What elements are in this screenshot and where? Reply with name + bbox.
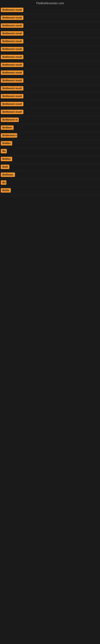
list-item: Bo xyxy=(0,179,100,187)
bottleneck-result-badge[interactable]: Bottleneck result xyxy=(1,102,23,106)
list-item: Bottleneck re xyxy=(0,116,100,124)
list-item: Bottlen xyxy=(0,156,100,164)
list-item: Bottleneck result xyxy=(0,85,100,93)
list-item: Bottlenec xyxy=(0,171,100,179)
list-item: Bottleneck e xyxy=(0,132,100,140)
rows-container: Bottleneck resultBottleneck resultBottle… xyxy=(0,6,100,195)
bottleneck-result-badge[interactable]: Bottleneck result xyxy=(1,70,23,75)
bottleneck-result-badge[interactable]: Bottleneck result xyxy=(1,62,23,67)
site-title: TheBottlenecker.com xyxy=(0,0,100,6)
list-item: Bottleneck result xyxy=(0,14,100,22)
bottleneck-result-badge[interactable]: Bottlenec xyxy=(1,172,15,177)
list-item: Bottleneck result xyxy=(0,22,100,30)
list-item: Bottlen xyxy=(0,140,100,148)
bottleneck-result-badge[interactable]: Bottleneck result xyxy=(1,94,23,98)
bottleneck-result-badge[interactable]: Bo xyxy=(1,149,7,153)
bottleneck-result-badge[interactable]: Bottleneck result xyxy=(1,31,23,36)
bottleneck-result-badge[interactable]: Bo xyxy=(1,180,6,185)
bottleneck-result-badge[interactable]: Bottleneck result xyxy=(1,86,23,90)
bottleneck-result-badge[interactable]: Bottleneck result xyxy=(1,8,23,12)
list-item: Bottleneck result xyxy=(0,62,100,69)
bottleneck-result-badge[interactable]: Bottl xyxy=(1,164,9,169)
list-item: Bottleneck result xyxy=(0,46,100,54)
bottleneck-result-badge[interactable]: Bottleneck result xyxy=(1,47,23,51)
list-item: Bottleneck result xyxy=(0,69,100,77)
bottleneck-result-badge[interactable]: Bottleneck result xyxy=(1,55,23,59)
list-item: Bottleneck result xyxy=(0,6,100,14)
list-item: Bottl xyxy=(0,164,100,171)
list-item: Bottle xyxy=(0,187,100,195)
bottleneck-result-badge[interactable]: Bottleneck result xyxy=(1,23,23,28)
list-item: Bottleneck result xyxy=(0,30,100,38)
list-item: Bottleneck result xyxy=(0,54,100,62)
list-item: Bottleneck result xyxy=(0,108,100,116)
bottleneck-result-badge[interactable]: Bottle xyxy=(1,188,11,192)
list-item: Bottleneck result xyxy=(0,77,100,85)
list-item: Bo xyxy=(0,148,100,156)
bottleneck-result-badge[interactable]: Bottlen xyxy=(1,157,12,161)
bottleneck-result-badge[interactable]: Bottleneck result xyxy=(1,16,23,20)
bottleneck-result-badge[interactable]: Bottleneck result xyxy=(1,78,23,83)
bottleneck-result-badge[interactable]: Bottleneck result xyxy=(1,39,23,44)
bottleneck-result-badge[interactable]: Bottleneck result xyxy=(1,110,23,114)
list-item: Bottleneck result xyxy=(0,93,100,100)
list-item: Bottleneck result xyxy=(0,38,100,46)
bottleneck-result-badge[interactable]: Bottlene xyxy=(1,126,14,130)
list-item: Bottleneck result xyxy=(0,100,100,108)
bottleneck-result-badge[interactable]: Bottlen xyxy=(1,141,12,146)
bottleneck-result-badge[interactable]: Bottleneck re xyxy=(1,118,19,122)
bottleneck-result-badge[interactable]: Bottleneck e xyxy=(1,133,17,138)
list-item: Bottlene xyxy=(0,124,100,132)
